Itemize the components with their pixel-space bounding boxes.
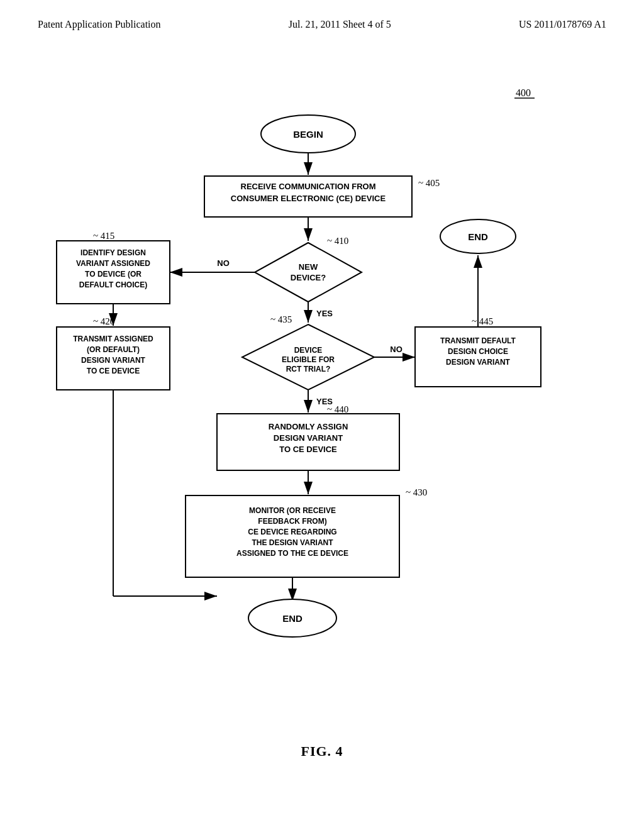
n415-line1: IDENTIFY DESIGN	[80, 248, 146, 257]
ref-440: ~ 440	[327, 404, 348, 414]
header-center: Jul. 21, 2011 Sheet 4 of 5	[289, 19, 391, 30]
n430-line5: ASSIGNED TO THE CE DEVICE	[236, 549, 348, 558]
n415-line3: TO DEVICE (OR	[85, 270, 142, 279]
n415-line2: VARIANT ASSIGNED	[76, 259, 150, 268]
n420-line1: TRANSMIT ASSIGNED	[73, 335, 153, 343]
n430-line1: MONITOR (OR RECEIVE	[249, 506, 336, 515]
n435-line2: ELIGIBLE FOR	[282, 355, 335, 364]
figure-caption: FIG. 4	[301, 743, 343, 760]
n430-line3: CE DEVICE REGARDING	[248, 528, 336, 536]
n410-line2: DEVICE?	[291, 273, 326, 282]
yes-label-410: YES	[316, 309, 333, 318]
n420-line4: TO CE DEVICE	[87, 367, 140, 375]
n430-line4: THE DESIGN VARIANT	[252, 538, 333, 547]
n415-line4: DEFAULT CHOICE)	[79, 280, 147, 289]
no-label-435: NO	[390, 345, 402, 354]
no-label-410: NO	[217, 258, 230, 268]
n445-line1: TRANSMIT DEFAULT	[440, 336, 516, 345]
end-bottom-label: END	[282, 613, 303, 624]
n440-line3: TO CE DEVICE	[279, 445, 337, 454]
header-right: US 2011/0178769 A1	[519, 19, 606, 30]
n420-line2: (OR DEFAULT)	[87, 345, 140, 354]
n405-line1: RECEIVE COMMUNICATION FROM	[241, 182, 376, 191]
ref-430: ~ 430	[406, 487, 427, 497]
ref-415: ~ 415	[93, 231, 114, 241]
svg-marker-6	[255, 243, 362, 302]
page-header: Patent Application Publication Jul. 21, …	[0, 0, 644, 36]
n440-line1: RANDOMLY ASSIGN	[269, 422, 348, 431]
n405-line2: CONSUMER ELECTRONIC (CE) DEVICE	[231, 194, 386, 203]
ref-420: ~ 420	[93, 316, 114, 326]
n410-line1: NEW	[299, 262, 318, 272]
n445-line2: DESIGN CHOICE	[448, 347, 508, 356]
end-top-label: END	[468, 231, 488, 242]
n435-line3: RCT TRIAL?	[286, 365, 331, 374]
n420-line3: DESIGN VARIANT	[81, 356, 145, 365]
begin-label: BEGIN	[293, 129, 323, 140]
n430-line2: FEEDBACK FROM)	[258, 517, 326, 526]
ref-405: ~ 405	[418, 178, 440, 188]
n445-line3: DESIGN VARIANT	[446, 358, 510, 367]
header-left: Patent Application Publication	[38, 19, 161, 30]
ref-400: 400	[516, 87, 531, 98]
ref-445: ~ 445	[472, 316, 493, 326]
n435-line1: DEVICE	[294, 346, 323, 355]
ref-410: ~ 410	[327, 236, 348, 246]
n440-line2: DESIGN VARIANT	[274, 433, 343, 443]
diagram-area: 400 BEGIN RECEIVE COMMUNICATION FROM CON…	[0, 36, 644, 778]
ref-435: ~ 435	[270, 314, 292, 324]
